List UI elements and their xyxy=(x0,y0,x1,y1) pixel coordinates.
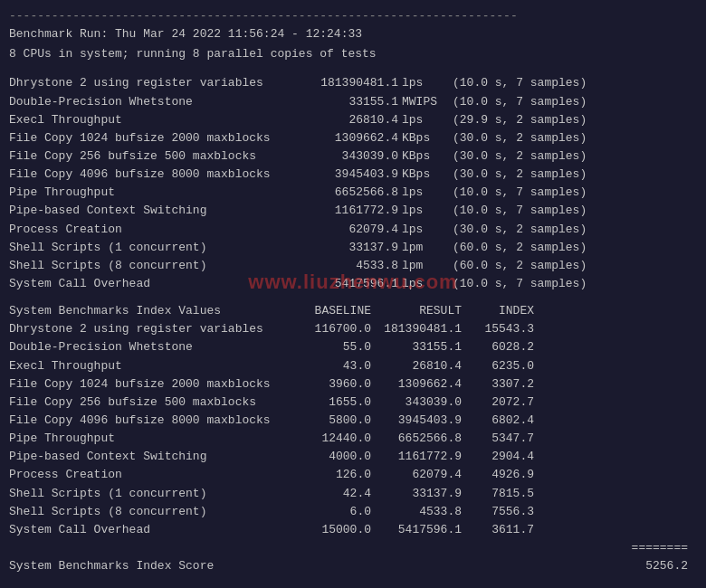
index-row-baseline: 12440.0 xyxy=(290,430,371,448)
index-row-label: File Copy 256 bufsize 500 maxblocks xyxy=(9,394,290,412)
index-row-index: 3611.7 xyxy=(462,521,534,539)
benchmark-value: 33137.9 xyxy=(290,239,398,257)
benchmark-label: Double-Precision Whetstone xyxy=(9,93,290,111)
benchmark-unit: KBps xyxy=(398,147,453,166)
benchmark-unit: lps xyxy=(398,221,453,239)
index-row-result: 1161772.9 xyxy=(371,448,462,466)
index-row-result: 62079.4 xyxy=(371,466,462,484)
benchmark-value: 5417596.1 xyxy=(290,275,398,293)
index-row: File Copy 1024 bufsize 2000 maxblocks396… xyxy=(9,375,697,394)
index-row: File Copy 256 bufsize 500 maxblocks1655.… xyxy=(9,394,697,412)
index-row-baseline: 1655.0 xyxy=(290,394,371,412)
index-row-index: 7815.5 xyxy=(462,485,534,503)
index-row-index: 6802.4 xyxy=(462,412,534,430)
benchmark-note: (60.0 s, 2 samples) xyxy=(453,239,587,257)
benchmark-value: 181390481.1 xyxy=(290,74,398,92)
index-section-header: System Benchmarks Index Values xyxy=(9,302,290,320)
benchmark-row: Dhrystone 2 using register variables1813… xyxy=(9,74,697,92)
benchmark-label: Dhrystone 2 using register variables xyxy=(9,74,290,92)
index-row-label: File Copy 4096 bufsize 8000 maxblocks xyxy=(9,412,290,430)
benchmark-unit: lps xyxy=(398,111,453,129)
index-row-index: 2904.4 xyxy=(462,448,534,466)
index-row: File Copy 4096 bufsize 8000 maxblocks580… xyxy=(9,412,697,430)
index-row: Execl Throughput43.026810.46235.0 xyxy=(9,357,697,375)
benchmark-value: 4533.8 xyxy=(290,257,398,275)
index-row: Shell Scripts (1 concurrent)42.433137.97… xyxy=(9,485,697,503)
index-row-baseline: 42.4 xyxy=(290,485,371,503)
index-row-result: 26810.4 xyxy=(371,357,462,375)
benchmark-unit: lpm xyxy=(398,239,453,257)
benchmark-row: System Call Overhead5417596.1lps(10.0 s,… xyxy=(9,275,697,293)
index-row: Dhrystone 2 using register variables1167… xyxy=(9,320,697,338)
benchmark-row: Pipe Throughput6652566.8lps(10.0 s, 7 sa… xyxy=(9,184,697,202)
index-row-result: 181390481.1 xyxy=(371,320,462,338)
benchmark-unit: lps xyxy=(398,184,453,202)
index-section: System Benchmarks Index ValuesBASELINERE… xyxy=(9,302,697,575)
benchmark-label: Process Creation xyxy=(9,221,290,239)
benchmark-row: Double-Precision Whetstone33155.1MWIPS(1… xyxy=(9,93,697,111)
index-row: Pipe Throughput12440.06652566.85347.7 xyxy=(9,430,697,448)
benchmark-note: (10.0 s, 7 samples) xyxy=(453,202,587,220)
benchmark-note: (30.0 s, 2 samples) xyxy=(453,166,587,184)
index-row-label: System Call Overhead xyxy=(9,521,290,539)
benchmark-label: File Copy 256 bufsize 500 maxblocks xyxy=(9,147,290,166)
index-row-baseline: 6.0 xyxy=(290,503,371,521)
benchmark-value: 343039.0 xyxy=(290,147,398,166)
benchmark-label: Shell Scripts (8 concurrent) xyxy=(9,257,290,275)
index-row: System Call Overhead15000.05417596.13611… xyxy=(9,521,697,539)
benchmark-value: 33155.1 xyxy=(290,93,398,111)
index-col-result: RESULT xyxy=(371,302,462,320)
index-col-baseline: BASELINE xyxy=(290,302,371,320)
index-row-label: Pipe-based Context Switching xyxy=(9,448,290,466)
benchmark-note: (30.0 s, 2 samples) xyxy=(453,221,587,239)
benchmark-row: Pipe-based Context Switching1161772.9lps… xyxy=(9,202,697,220)
index-row-result: 33155.1 xyxy=(371,338,462,356)
index-row-result: 6652566.8 xyxy=(371,430,462,448)
benchmark-note: (10.0 s, 7 samples) xyxy=(453,93,587,111)
index-row-result: 1309662.4 xyxy=(371,375,462,394)
index-row-index: 4926.9 xyxy=(462,466,534,484)
index-row-index: 2072.7 xyxy=(462,394,534,412)
benchmark-note: (10.0 s, 7 samples) xyxy=(453,74,587,92)
index-row-index: 15543.3 xyxy=(462,320,534,338)
benchmark-note: (29.9 s, 2 samples) xyxy=(453,111,587,129)
benchmark-unit: lps xyxy=(398,202,453,220)
index-row-baseline: 126.0 xyxy=(290,466,371,484)
index-row-label: File Copy 1024 bufsize 2000 maxblocks xyxy=(9,375,290,394)
index-row-label: Dhrystone 2 using register variables xyxy=(9,320,290,338)
benchmark-note: (60.0 s, 2 samples) xyxy=(453,257,587,275)
benchmark-row: File Copy 4096 bufsize 8000 maxblocks394… xyxy=(9,166,697,184)
index-row-label: Double-Precision Whetstone xyxy=(9,338,290,356)
index-row-label: Pipe Throughput xyxy=(9,430,290,448)
benchmark-value: 26810.4 xyxy=(290,111,398,129)
benchmark-row: Shell Scripts (1 concurrent)33137.9lpm(6… xyxy=(9,239,697,257)
benchmark-row: Shell Scripts (8 concurrent)4533.8lpm(60… xyxy=(9,257,697,275)
benchmark-note: (30.0 s, 2 samples) xyxy=(453,147,587,166)
index-row-baseline: 43.0 xyxy=(290,357,371,375)
benchmark-value: 1309662.4 xyxy=(290,129,398,147)
benchmark-unit: lps xyxy=(398,74,453,92)
benchmark-row: Execl Throughput26810.4lps(29.9 s, 2 sam… xyxy=(9,111,697,129)
separator-top: ----------------------------------------… xyxy=(9,7,697,25)
benchmark-row: File Copy 256 bufsize 500 maxblocks34303… xyxy=(9,147,697,166)
score-label: System Benchmarks Index Score xyxy=(9,557,625,575)
benchmark-value: 62079.4 xyxy=(290,221,398,239)
index-row-baseline: 3960.0 xyxy=(290,375,371,394)
benchmark-note: (10.0 s, 7 samples) xyxy=(453,275,587,293)
index-row-label: Execl Throughput xyxy=(9,357,290,375)
index-row-label: Process Creation xyxy=(9,466,290,484)
index-row: Pipe-based Context Switching4000.0116177… xyxy=(9,448,697,466)
index-row-baseline: 116700.0 xyxy=(290,320,371,338)
index-row-index: 5347.7 xyxy=(462,430,534,448)
index-row-index: 7556.3 xyxy=(462,503,534,521)
benchmark-label: System Call Overhead xyxy=(9,275,290,293)
index-row-index: 3307.2 xyxy=(462,375,534,394)
index-row: Process Creation126.062079.44926.9 xyxy=(9,466,697,484)
index-row-result: 5417596.1 xyxy=(371,521,462,539)
index-header: System Benchmarks Index ValuesBASELINERE… xyxy=(9,302,697,320)
index-row-baseline: 15000.0 xyxy=(290,521,371,539)
benchmark-value: 6652566.8 xyxy=(290,184,398,202)
benchmark-label: Pipe-based Context Switching xyxy=(9,202,290,220)
benchmark-label: Pipe Throughput xyxy=(9,184,290,202)
benchmark-unit: KBps xyxy=(398,166,453,184)
